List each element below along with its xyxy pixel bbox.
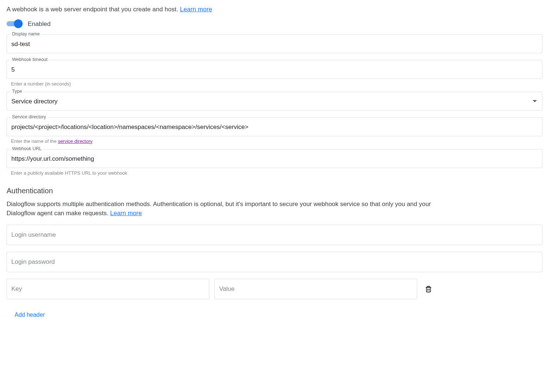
header-value-input[interactable] <box>215 279 417 299</box>
chevron-down-icon <box>533 100 542 102</box>
type-value: Service directory <box>7 92 533 110</box>
webhook-url-input[interactable] <box>7 149 542 168</box>
enabled-toggle-label: Enabled <box>28 20 50 28</box>
service-directory-helper: Enter the name of the service directory <box>11 138 542 144</box>
login-password-input[interactable] <box>7 252 542 272</box>
trash-icon <box>424 285 432 293</box>
service-directory-label: Service directory <box>11 115 47 119</box>
type-label: Type <box>11 89 23 94</box>
service-directory-input[interactable] <box>7 118 542 136</box>
type-select[interactable]: Type Service directory <box>7 92 542 111</box>
add-header-button[interactable]: Add header <box>11 309 49 321</box>
enabled-toggle[interactable] <box>7 21 23 27</box>
auth-heading: Authentication <box>7 187 542 195</box>
display-name-input[interactable] <box>7 35 542 53</box>
login-username-input[interactable] <box>7 225 542 245</box>
intro-learn-more-link[interactable]: Learn more <box>180 6 212 13</box>
timeout-helper: Enter a number (in seconds) <box>11 81 542 87</box>
intro-body: A webhook is a web server endpoint that … <box>7 6 180 13</box>
auth-learn-more-link[interactable]: Learn more <box>110 210 142 217</box>
webhook-url-helper: Enter a publicly available HTTPS URL to … <box>11 170 542 176</box>
service-directory-helper-link[interactable]: service directory <box>58 138 93 144</box>
display-name-label: Display name <box>11 32 41 37</box>
header-key-input[interactable] <box>7 279 209 299</box>
intro-text: A webhook is a web server endpoint that … <box>7 5 542 14</box>
auth-description: Dialogflow supports multiple authenticat… <box>7 199 460 218</box>
timeout-input[interactable] <box>7 60 542 79</box>
delete-header-button[interactable] <box>422 283 435 295</box>
timeout-label: Webhook timeout <box>11 57 49 62</box>
webhook-url-label: Webhook URL <box>11 146 43 151</box>
